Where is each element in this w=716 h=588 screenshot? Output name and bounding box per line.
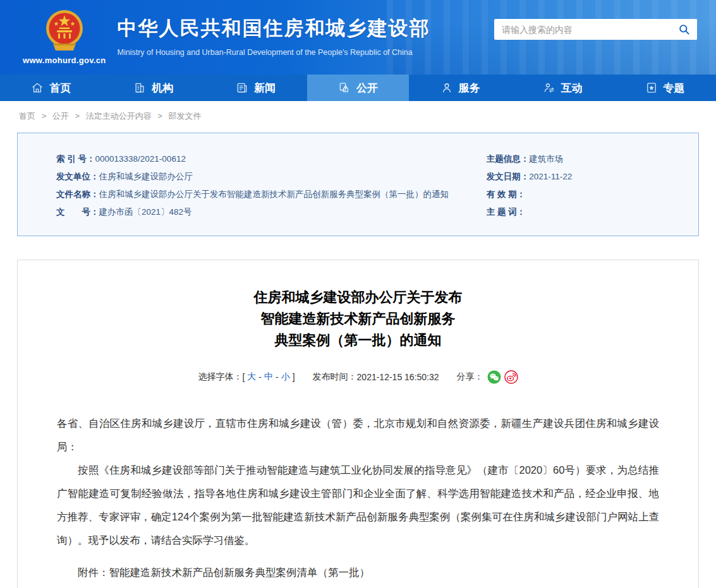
info-label: 主 题 词： xyxy=(487,207,526,217)
nav-label: 公开 xyxy=(356,81,378,95)
info-label: 主题信息： xyxy=(487,154,530,164)
bracket: ] xyxy=(293,372,295,382)
national-emblem-icon xyxy=(44,8,85,54)
main-nav: 首页 机构 新闻 公开 服务 互动 专题 xyxy=(0,75,716,101)
search-icon xyxy=(678,23,690,35)
search-box xyxy=(494,19,697,40)
home-icon xyxy=(31,81,44,94)
publish-time-label: 发布时间： xyxy=(313,371,357,383)
info-value: 建筑市场 xyxy=(529,154,563,164)
nav-label: 互动 xyxy=(561,81,583,95)
article-container: 住房和城乡建设部办公厅关于发布 智能建造新技术新产品创新服务 典型案例（第一批）… xyxy=(17,260,699,588)
breadcrumb-home[interactable]: 首页 xyxy=(19,111,35,121)
site-url: www.mohurd.gov.cn xyxy=(23,56,106,65)
article-title: 住房和城乡建设部办公厅关于发布 智能建造新技术新产品创新服务 典型案例（第一批）… xyxy=(40,287,676,351)
info-value: 2021-11-22 xyxy=(529,172,572,181)
separator: - xyxy=(258,372,262,382)
news-icon xyxy=(236,81,248,94)
info-label: 有 效 期： xyxy=(487,189,526,199)
article-toolbar: 选择字体： [ 大 - 中 - 小 ] 发布时间： 2021-12-15 16:… xyxy=(40,370,676,384)
nav-label: 首页 xyxy=(49,81,71,95)
nav-item-organization[interactable]: 机构 xyxy=(102,75,205,101)
info-row-index-number: 索 引 号：000013338/2021-00612 xyxy=(56,150,487,168)
font-size-small-button[interactable]: 小 xyxy=(281,371,290,383)
font-size-large-button[interactable]: 大 xyxy=(247,371,256,383)
document-info-box: 索 引 号：000013338/2021-00612 发文单位：住房和城乡建设部… xyxy=(17,133,699,236)
interaction-icon xyxy=(543,81,555,94)
site-title-english: Ministry of Housing and Urban-Rural Deve… xyxy=(118,48,430,57)
search-button[interactable] xyxy=(670,19,697,40)
info-row-topic-info: 主题信息：建筑市场 xyxy=(487,150,698,168)
info-row-document-number: 文 号：建办市函〔2021〕482号 xyxy=(56,203,487,221)
site-logo-link[interactable]: www.mohurd.gov.cn 中华人民共和国住房和城乡建设部 Minist… xyxy=(23,8,465,65)
info-value: 建办市函〔2021〕482号 xyxy=(99,207,192,217)
breadcrumb-disclosure[interactable]: 公开 xyxy=(52,111,69,121)
separator: - xyxy=(276,372,279,382)
font-size-medium-button[interactable]: 中 xyxy=(264,371,273,383)
breadcrumb-current-page: 部发文件 xyxy=(169,111,202,121)
nav-item-interaction[interactable]: 互动 xyxy=(511,75,614,101)
breadcrumb-separator: > xyxy=(42,111,47,121)
site-header: www.mohurd.gov.cn 中华人民共和国住房和城乡建设部 Minist… xyxy=(0,0,716,75)
article-title-line: 住房和城乡建设部办公厅关于发布 xyxy=(40,287,676,308)
article-paragraph-recipients: 各省、自治区住房和城乡建设厅，直辖市住房和城乡建设（管）委，北京市规划和自然资源… xyxy=(57,412,659,459)
nav-label: 服务 xyxy=(459,81,480,95)
nav-label: 机构 xyxy=(152,81,173,95)
breadcrumb-statutory-disclosure[interactable]: 法定主动公开内容 xyxy=(86,111,152,121)
nav-item-home[interactable]: 首页 xyxy=(0,75,102,101)
nav-item-disclosure[interactable]: 公开 xyxy=(307,75,410,101)
publish-time-value: 2021-12-15 16:50:32 xyxy=(357,372,439,382)
font-size-label: 选择字体： xyxy=(198,371,242,383)
share-label: 分享： xyxy=(457,371,483,383)
breadcrumb-separator: > xyxy=(75,111,80,121)
info-value: 住房和城乡建设部办公厅 xyxy=(99,172,193,181)
article-title-line: 典型案例（第一批）的通知 xyxy=(40,330,676,351)
share-weibo-button[interactable] xyxy=(504,370,518,384)
article-title-line: 智能建造新技术新产品创新服务 xyxy=(40,308,676,330)
info-value: 住房和城乡建设部办公厅关于发布智能建造新技术新产品创新服务典型案例（第一批）的通… xyxy=(99,189,449,199)
info-row-keywords: 主 题 词： xyxy=(487,203,698,221)
breadcrumb-separator: > xyxy=(157,111,162,121)
wechat-icon xyxy=(487,370,501,384)
info-row-issuing-unit: 发文单位：住房和城乡建设部办公厅 xyxy=(56,168,487,186)
article-paragraph-main: 按照《住房和城乡建设部等部门关于推动智能建造与建筑工业化协同发展的指导意见》（建… xyxy=(57,459,659,552)
special-topic-icon xyxy=(645,81,658,94)
article-body: 各省、自治区住房和城乡建设厅，直辖市住房和城乡建设（管）委，北京市规划和自然资源… xyxy=(57,412,659,588)
site-title: 中华人民共和国住房和城乡建设部 xyxy=(118,15,430,42)
search-input[interactable] xyxy=(494,25,670,35)
nav-label: 专题 xyxy=(664,81,685,95)
nav-item-news[interactable]: 新闻 xyxy=(205,75,307,101)
info-label: 文件名称： xyxy=(56,189,99,199)
article-attachment-line: 附件：智能建造新技术新产品创新服务典型案例清单（第一批） xyxy=(57,561,659,584)
service-icon xyxy=(440,81,453,94)
bracket: [ xyxy=(242,372,245,382)
nav-item-service[interactable]: 服务 xyxy=(409,75,511,101)
info-label: 发文日期： xyxy=(487,172,530,181)
organization-icon xyxy=(133,81,146,94)
info-label: 文 号： xyxy=(56,207,99,217)
share-wechat-button[interactable] xyxy=(487,370,501,384)
disclosure-icon xyxy=(338,81,351,94)
info-value: 000013338/2021-00612 xyxy=(95,154,186,164)
info-row-validity: 有 效 期： xyxy=(487,186,698,203)
info-label: 索 引 号： xyxy=(56,154,95,164)
info-label: 发文单位： xyxy=(56,172,99,181)
breadcrumb: 首页 > 公开 > 法定主动公开内容 > 部发文件 xyxy=(0,101,716,130)
weibo-icon xyxy=(504,370,518,384)
info-row-document-name: 文件名称：住房和城乡建设部办公厅关于发布智能建造新技术新产品创新服务典型案例（第… xyxy=(56,186,487,203)
nav-item-special-topic[interactable]: 专题 xyxy=(614,75,716,101)
info-row-issue-date: 发文日期：2021-11-22 xyxy=(487,168,698,186)
nav-label: 新闻 xyxy=(254,81,276,95)
